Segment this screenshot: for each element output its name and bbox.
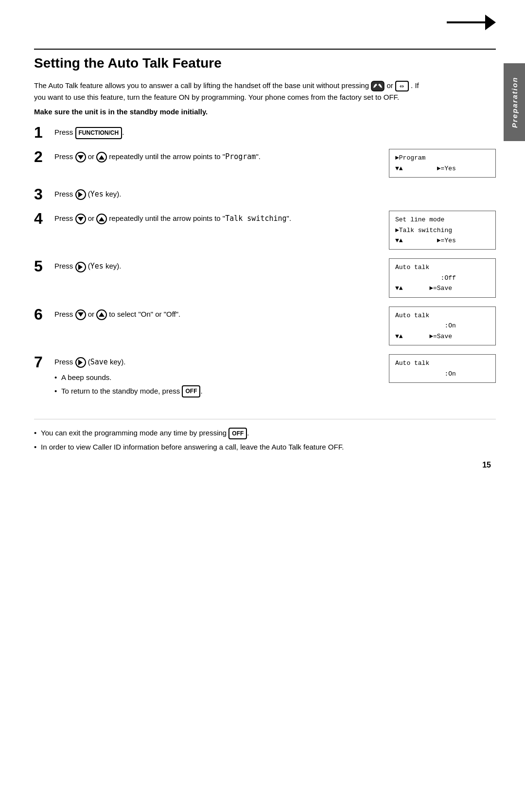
step-content-6: Press or to select "On" or "Off". xyxy=(54,307,384,320)
step-6: 6 Press or to select "On" or "Off". Auto… xyxy=(34,307,496,345)
off-button-footer1: OFF xyxy=(228,428,247,440)
up-arrow-icon-4 xyxy=(96,214,107,224)
up-arrow-icon xyxy=(96,152,107,162)
top-arrow xyxy=(447,15,496,30)
handset-icon-1 xyxy=(371,81,385,91)
step-number-6: 6 xyxy=(34,307,54,322)
top-rule xyxy=(34,49,496,50)
step-4: 4 Press or repeatedly until the arrow po… xyxy=(34,211,496,250)
step-number-5: 5 xyxy=(34,258,54,274)
step-content-1: Press FUNCTION/CH. xyxy=(54,125,496,139)
page-title: Setting the Auto Talk Feature xyxy=(34,55,496,71)
or-text-intro: or xyxy=(386,81,395,90)
warning-text: Make sure the unit is in the standby mod… xyxy=(34,108,496,116)
step-7-notes: A beep sounds. To return to the standby … xyxy=(54,372,384,397)
step-content-3: Press (Yes key). xyxy=(54,186,496,200)
footer-note-2: In order to view Caller ID information b… xyxy=(34,441,496,452)
step-7-display: Auto talk :On xyxy=(389,354,496,383)
steps-container: 1 Press FUNCTION/CH. 2 Press or repeated… xyxy=(34,125,496,399)
note-return: To return to the standby mode, press OFF… xyxy=(54,385,384,397)
step-3: 3 Press (Yes key). xyxy=(34,186,496,202)
svg-rect-0 xyxy=(371,81,384,91)
off-button-step7: OFF xyxy=(182,385,200,397)
step-2: 2 Press or repeatedly until the arrow po… xyxy=(34,149,496,178)
page-container: Preparation Setting the Auto Talk Featur… xyxy=(0,0,525,484)
arrow-line xyxy=(447,21,486,23)
right-arrow-icon-3 xyxy=(75,189,86,200)
down-arrow-icon-6 xyxy=(75,309,86,320)
right-arrow-icon-7 xyxy=(75,357,86,368)
footer-notes: You can exit the programming mode any ti… xyxy=(34,419,496,453)
step-5: 5 Press (Yes key). Auto talk :Off ▼▲ ►=S… xyxy=(34,258,496,297)
step-5-display: Auto talk :Off ▼▲ ►=Save xyxy=(389,258,496,297)
down-arrow-icon xyxy=(75,152,86,162)
step-1: 1 Press FUNCTION/CH. xyxy=(34,125,496,140)
step-6-display: Auto talk :On ▼▲ ►=Save xyxy=(389,307,496,345)
down-arrow-icon-4 xyxy=(75,214,86,224)
up-arrow-icon-6 xyxy=(96,309,107,320)
step-content-5: Press (Yes key). xyxy=(54,258,384,272)
step-number-3: 3 xyxy=(34,186,54,202)
arrow-head xyxy=(485,15,496,30)
step-number-7: 7 xyxy=(34,354,54,370)
step-2-display: ►Program ▼▲ ►=Yes xyxy=(389,149,496,178)
right-arrow-icon-5 xyxy=(75,262,86,272)
step-number-4: 4 xyxy=(34,211,54,226)
note-beep: A beep sounds. xyxy=(54,372,384,383)
transfer-icon: ⇔ xyxy=(395,81,409,91)
step-content-2: Press or repeatedly until the arrow poin… xyxy=(54,149,384,162)
step-7: 7 Press (Save key). A beep sounds. To re… xyxy=(34,354,496,399)
sidebar-tab: Preparation xyxy=(504,63,525,141)
step-content-4: Press or repeatedly until the arrow poin… xyxy=(54,211,384,224)
intro-paragraph: The Auto Talk feature allows you to answ… xyxy=(34,80,433,103)
step-content-7: Press (Save key). A beep sounds. To retu… xyxy=(54,354,384,399)
function-ch-button: FUNCTION/CH xyxy=(75,127,122,139)
footer-note-1: You can exit the programming mode any ti… xyxy=(34,427,496,439)
step-4-display: Set line mode ►Talk switching ▼▲ ►=Yes xyxy=(389,211,496,250)
step-number-1: 1 xyxy=(34,125,54,140)
step-number-2: 2 xyxy=(34,149,54,164)
page-number: 15 xyxy=(482,461,491,469)
